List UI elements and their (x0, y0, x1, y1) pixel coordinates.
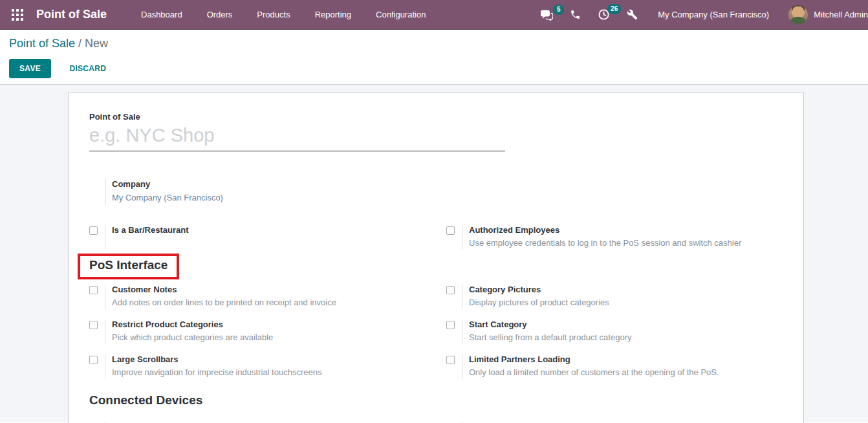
apps-menu-icon[interactable] (8, 5, 27, 25)
setting-description: Add notes on order lines to be printed o… (112, 298, 336, 307)
activities-clock-icon[interactable]: 26 (589, 3, 618, 27)
navbar-systray: 5 26 My Company (San Francisco) Mitchell… (532, 3, 868, 27)
setting-label: Start Category (469, 320, 631, 329)
setting-label: Authorized Employees (469, 225, 741, 235)
tools-icon[interactable] (618, 3, 646, 26)
menu-dashboard[interactable]: Dashboard (129, 5, 195, 24)
discard-button[interactable]: DISCARD (60, 60, 116, 78)
setting-description: Improve navigation for imprecise industr… (112, 367, 321, 377)
setting-description: Use employee credentials to log in to th… (469, 238, 741, 248)
form-sheet: Point of Sale Company My Company (San Fr… (68, 92, 804, 423)
setting-row-customer-notes: Customer Notes Add notes on order lines … (89, 285, 446, 309)
setting-label: Large Scrollbars (112, 354, 321, 364)
setting-label: Is a Bar/Restaurant (112, 225, 189, 235)
settings-top-grid: Is a Bar/Restaurant Authorized Employees… (89, 225, 783, 250)
setting-row-limited-partners-loading: Limited Partners Loading Only load a lim… (446, 354, 783, 379)
user-menu[interactable]: Mitchell Admin (814, 10, 868, 19)
setting-label: Limited Partners Loading (469, 354, 719, 364)
setting-row-start-category: Start Category Start selling from a defa… (446, 320, 783, 344)
pos-name-label: Point of Sale (89, 112, 783, 122)
app-title[interactable]: Point of Sale (36, 8, 107, 21)
content-canvas: Point of Sale Company My Company (San Fr… (0, 85, 868, 422)
checkbox-authorized-employees[interactable] (446, 226, 455, 235)
setting-label: Customer Notes (112, 285, 336, 294)
setting-description: Display pictures of product categories (469, 298, 609, 307)
menu-products[interactable]: Products (244, 5, 302, 24)
checkbox-restrict-product-categories[interactable] (89, 321, 98, 329)
breadcrumb-separator: / (78, 37, 85, 50)
top-navbar: Point of Sale Dashboard Orders Products … (0, 0, 868, 30)
checkbox-limited-partners-loading[interactable] (446, 356, 455, 364)
checkbox-category-pictures[interactable] (446, 286, 455, 294)
company-field: Company My Company (San Francisco) (105, 179, 783, 204)
pos-name-input[interactable] (89, 124, 505, 151)
menu-orders[interactable]: Orders (195, 5, 245, 24)
main-menu: Dashboard Orders Products Reporting Conf… (129, 5, 438, 24)
setting-row-large-scrollbars: Large Scrollbars Improve navigation for … (89, 354, 446, 379)
checkbox-customer-notes[interactable] (89, 286, 98, 294)
breadcrumb: Point of Sale / New (9, 37, 868, 50)
checkbox-start-category[interactable] (446, 321, 455, 329)
save-button[interactable]: SAVE (9, 59, 51, 78)
setting-row-is-a-bar-restaurant: Is a Bar/Restaurant (89, 225, 446, 250)
pos-interface-grid: Customer Notes Add notes on order lines … (89, 285, 783, 379)
setting-description: Pick which product categories are availa… (112, 332, 273, 342)
connected-devices-heading: Connected Devices (89, 393, 783, 407)
checkbox-is-a-bar-restaurant[interactable] (89, 226, 98, 235)
control-panel: Point of Sale / New SAVE DISCARD (0, 30, 868, 85)
pos-interface-heading: PoS Interface (89, 258, 168, 272)
company-label: Company (112, 179, 783, 189)
setting-row-category-pictures: Category Pictures Display pictures of pr… (446, 285, 783, 309)
menu-configuration[interactable]: Configuration (363, 5, 438, 24)
phone-icon[interactable] (561, 3, 589, 26)
breadcrumb-current: New (85, 37, 108, 50)
setting-label: Category Pictures (469, 285, 609, 294)
annotation-highlight-box: PoS Interface (78, 254, 179, 279)
setting-row-authorized-employees: Authorized Employees Use employee creden… (446, 225, 783, 250)
checkbox-large-scrollbars[interactable] (89, 356, 98, 364)
setting-label: Restrict Product Categories (112, 320, 273, 329)
setting-description: Start selling from a default product cat… (469, 332, 631, 342)
pos-interface-section: PoS Interface (89, 254, 783, 279)
company-switcher[interactable]: My Company (San Francisco) (658, 10, 769, 19)
messages-icon[interactable]: 5 (532, 3, 561, 27)
setting-description: Only load a limited number of customers … (469, 367, 719, 377)
breadcrumb-root[interactable]: Point of Sale (9, 37, 75, 50)
menu-reporting[interactable]: Reporting (303, 5, 363, 24)
user-avatar[interactable] (788, 5, 808, 25)
setting-row-restrict-product-categories: Restrict Product Categories Pick which p… (89, 320, 446, 344)
company-value-link[interactable]: My Company (San Francisco) (112, 193, 783, 202)
connected-devices-section: Connected Devices (89, 393, 783, 407)
